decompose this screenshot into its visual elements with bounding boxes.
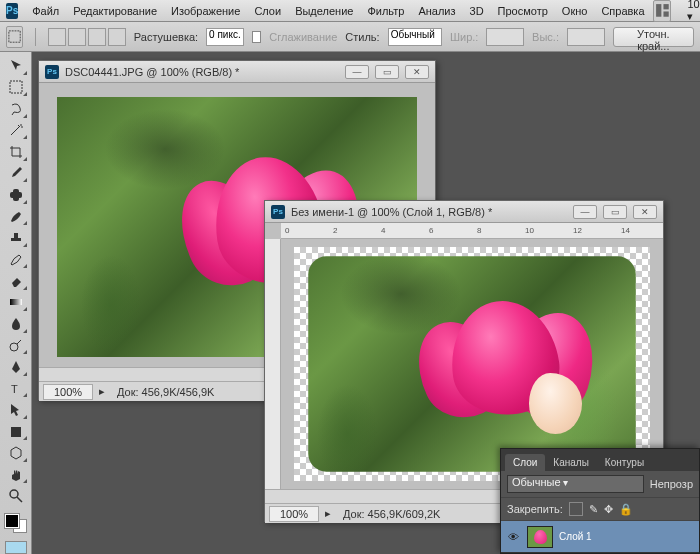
- blend-mode-select[interactable]: Обычные ▾: [507, 475, 644, 493]
- panel-tabs: Слои Каналы Контуры: [501, 449, 699, 471]
- refine-edge-button[interactable]: Уточн. край...: [613, 27, 694, 47]
- minimize-button[interactable]: —: [573, 205, 597, 219]
- opacity-label: Непрозр: [650, 478, 693, 490]
- lock-transparency-icon[interactable]: [569, 502, 583, 516]
- doc1-title: DSC04441.JPG @ 100% (RGB/8) *: [65, 66, 239, 78]
- ruler-vertical[interactable]: [265, 239, 281, 489]
- menu-layers[interactable]: Слои: [248, 3, 287, 19]
- toolbox: T: [0, 52, 32, 554]
- workspace: Ps DSC04441.JPG @ 100% (RGB/8) * — ▭ ✕ 1…: [32, 52, 700, 554]
- healing-tool[interactable]: [4, 185, 28, 205]
- menu-file[interactable]: Файл: [26, 3, 65, 19]
- separator: [35, 28, 36, 46]
- menu-filter[interactable]: Фильтр: [361, 3, 410, 19]
- chevron-right-icon[interactable]: ▸: [325, 507, 331, 520]
- width-input: [486, 28, 524, 46]
- dodge-tool[interactable]: [4, 336, 28, 356]
- layer-row[interactable]: 👁 Слой 1: [501, 521, 699, 553]
- height-input: [567, 28, 605, 46]
- menu-edit[interactable]: Редактирование: [67, 3, 163, 19]
- maximize-button[interactable]: ▭: [603, 205, 627, 219]
- maximize-button[interactable]: ▭: [375, 65, 399, 79]
- doc2-canvas[interactable]: [294, 247, 650, 481]
- tab-layers[interactable]: Слои: [505, 454, 545, 471]
- crop-tool[interactable]: [4, 142, 28, 162]
- lock-all-icon[interactable]: 🔒: [619, 503, 633, 516]
- move-tool[interactable]: [4, 56, 28, 76]
- subtract-selection-button[interactable]: [88, 28, 106, 46]
- zoom-tool[interactable]: [4, 486, 28, 506]
- gradient-tool[interactable]: [4, 293, 28, 313]
- workspace-switcher-icon[interactable]: [653, 0, 672, 22]
- antialias-checkbox[interactable]: [252, 31, 262, 43]
- svg-rect-2: [663, 12, 668, 17]
- doc-icon: Ps: [45, 65, 59, 79]
- menu-image[interactable]: Изображение: [165, 3, 246, 19]
- wand-tool[interactable]: [4, 121, 28, 141]
- minimize-button[interactable]: —: [345, 65, 369, 79]
- doc1-titlebar[interactable]: Ps DSC04441.JPG @ 100% (RGB/8) * — ▭ ✕: [39, 61, 435, 83]
- svg-rect-1: [663, 4, 668, 9]
- visibility-toggle[interactable]: 👁: [505, 529, 521, 545]
- path-select-tool[interactable]: [4, 400, 28, 420]
- layer-thumbnail[interactable]: [527, 526, 553, 548]
- stamp-tool[interactable]: [4, 228, 28, 248]
- new-selection-button[interactable]: [48, 28, 66, 46]
- svg-rect-3: [9, 31, 20, 42]
- 3d-tool[interactable]: [4, 443, 28, 463]
- menu-window[interactable]: Окно: [556, 3, 594, 19]
- tab-channels[interactable]: Каналы: [545, 454, 597, 471]
- style-select[interactable]: Обычный: [388, 28, 442, 46]
- tab-paths[interactable]: Контуры: [597, 454, 652, 471]
- shape-tool[interactable]: [4, 422, 28, 442]
- blur-tool[interactable]: [4, 314, 28, 334]
- eyedropper-tool[interactable]: [4, 164, 28, 184]
- menu-view[interactable]: Просмотр: [492, 3, 554, 19]
- layer-name[interactable]: Слой 1: [559, 531, 592, 542]
- selection-mode-group: [48, 28, 126, 46]
- svg-rect-0: [656, 4, 661, 17]
- chevron-right-icon[interactable]: ▸: [99, 385, 105, 398]
- brush-tool[interactable]: [4, 207, 28, 227]
- close-button[interactable]: ✕: [633, 205, 657, 219]
- app-logo: Ps: [6, 3, 18, 19]
- lasso-tool[interactable]: [4, 99, 28, 119]
- svg-rect-7: [10, 299, 22, 305]
- marquee-tool[interactable]: [4, 78, 28, 98]
- options-bar: Растушевка: 0 пикс. Сглаживание Стиль: О…: [0, 22, 700, 52]
- width-label: Шир.:: [450, 31, 478, 43]
- add-selection-button[interactable]: [68, 28, 86, 46]
- quickmask-toggle[interactable]: [5, 541, 27, 554]
- marquee-tool-icon[interactable]: [6, 26, 23, 48]
- type-tool[interactable]: T: [4, 379, 28, 399]
- menu-help[interactable]: Справка: [595, 3, 650, 19]
- doc2-zoom[interactable]: 100%: [269, 506, 319, 522]
- menu-select[interactable]: Выделение: [289, 3, 359, 19]
- pen-tool[interactable]: [4, 357, 28, 377]
- intersect-selection-button[interactable]: [108, 28, 126, 46]
- menubar: Ps Файл Редактирование Изображение Слои …: [0, 0, 700, 22]
- doc-icon: Ps: [271, 205, 285, 219]
- antialias-label: Сглаживание: [269, 31, 337, 43]
- ruler-horizontal[interactable]: 0 2 4 6 8 10 12 14: [281, 223, 663, 239]
- close-button[interactable]: ✕: [405, 65, 429, 79]
- eraser-tool[interactable]: [4, 271, 28, 291]
- svg-rect-10: [11, 427, 21, 437]
- lock-move-icon[interactable]: ✥: [604, 503, 613, 516]
- doc2-title: Без имени-1 @ 100% (Слой 1, RGB/8) *: [291, 206, 492, 218]
- doc1-zoom[interactable]: 100%: [43, 384, 93, 400]
- doc2-titlebar[interactable]: Ps Без имени-1 @ 100% (Слой 1, RGB/8) * …: [265, 201, 663, 223]
- hand-tool[interactable]: [4, 465, 28, 485]
- height-label: Выс.:: [532, 31, 559, 43]
- lock-brush-icon[interactable]: ✎: [589, 503, 598, 516]
- svg-rect-4: [10, 81, 22, 93]
- menu-3d[interactable]: 3D: [464, 3, 490, 19]
- color-swatches[interactable]: [5, 514, 27, 534]
- menu-analysis[interactable]: Анализ: [412, 3, 461, 19]
- svg-point-11: [10, 490, 18, 498]
- svg-rect-6: [10, 192, 22, 198]
- zoom-display[interactable]: 100% ▾: [681, 0, 700, 25]
- layers-panel: Слои Каналы Контуры Обычные ▾ Непрозр За…: [500, 448, 700, 554]
- history-brush-tool[interactable]: [4, 250, 28, 270]
- feather-input[interactable]: 0 пикс.: [206, 28, 244, 46]
